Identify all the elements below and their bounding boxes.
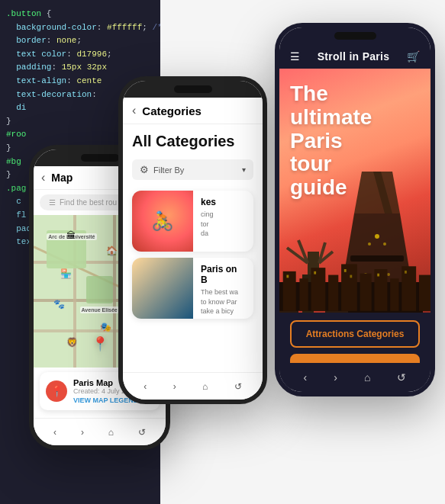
categories-title: Categories [142, 104, 202, 117]
notch-guide [334, 32, 376, 40]
guide-top-bar: ☰ Stroll in Paris 🛒 [279, 44, 430, 69]
categories-header: ‹ Categories [123, 98, 263, 124]
card-desc-bikes: cing tor da [201, 210, 246, 239]
svg-point-7 [368, 242, 371, 246]
nav-refresh-cat[interactable]: ↺ [234, 381, 242, 392]
nav-back-cat[interactable]: ‹ [143, 381, 147, 392]
card-desc-paris: The best wa to know Par take a bicy [201, 287, 246, 316]
hero-section: The ultimate Paris tour guide [279, 69, 430, 313]
svg-rect-41 [405, 271, 407, 274]
map-icon-emoji1: 🏛 [66, 230, 76, 241]
notch-bar-guide [279, 27, 430, 44]
menu-icon-map: ☰ [49, 198, 56, 207]
thumb-bikes [132, 191, 193, 252]
search-placeholder-map: Find the best rou [60, 198, 117, 207]
nav-forward-guide[interactable]: › [334, 371, 337, 384]
all-categories-heading: All Categories [123, 124, 263, 155]
svg-rect-30 [341, 264, 357, 310]
svg-rect-37 [314, 271, 316, 274]
notch-bar-cat [123, 81, 263, 98]
filter-bar[interactable]: ⚙ Filter By ▾ [132, 159, 253, 180]
filter-label: Filter By [153, 165, 184, 175]
svg-rect-36 [286, 275, 289, 278]
svg-rect-28 [311, 268, 325, 311]
svg-rect-39 [350, 275, 352, 278]
map-marker: 📍 [92, 335, 108, 352]
phone-categories: ‹ Categories All Categories ⚙ Filter By … [118, 76, 267, 404]
filter-chevron: ▾ [242, 165, 246, 174]
svg-rect-35 [419, 275, 430, 311]
card-name-paris: Paris on B [201, 264, 246, 285]
svg-rect-29 [328, 275, 338, 311]
svg-marker-1 [354, 172, 400, 213]
svg-rect-34 [401, 266, 416, 310]
city-skyline [279, 252, 430, 313]
thumb-paris [132, 258, 193, 319]
headline-line3: Paris [290, 130, 372, 153]
svg-rect-27 [299, 278, 308, 310]
svg-rect-26 [283, 271, 296, 311]
nav-home-cat[interactable]: ⌂ [202, 381, 208, 392]
map-icon-emoji8: 🦁 [66, 337, 78, 348]
nav-refresh-map[interactable]: ↺ [138, 427, 146, 438]
phone-guide: ☰ Stroll in Paris 🛒 The ultimate Paris t… [275, 23, 435, 396]
app-title-guide: Stroll in Paris [318, 50, 390, 63]
cart-icon-guide[interactable]: 🛒 [407, 50, 420, 63]
notch-cat [174, 85, 212, 93]
back-button-cat[interactable]: ‹ [132, 104, 136, 117]
svg-rect-32 [374, 269, 387, 311]
card-content-paris: Paris on B The best wa to know Par take … [193, 258, 253, 319]
guide-bottom-nav: ‹ › ⌂ ↺ [279, 363, 430, 392]
phones-area: ‹ Map ☰ Find the best rou Arc de l'Unive… [0, 0, 445, 504]
svg-rect-38 [344, 269, 347, 272]
nav-back-map[interactable]: ‹ [53, 427, 56, 438]
nav-home-map[interactable]: ⌂ [108, 427, 114, 438]
map-icon-emoji7: 🎭 [100, 322, 111, 332]
back-button-map[interactable]: ‹ [41, 171, 45, 185]
categories-card-list: kes cing tor da Paris on B The best wa t… [123, 185, 263, 325]
menu-icon-guide[interactable]: ☰ [290, 50, 300, 63]
nav-forward-cat[interactable]: › [173, 381, 176, 392]
category-card-paris[interactable]: Paris on B The best wa to know Par take … [132, 258, 253, 319]
svg-rect-40 [377, 274, 379, 277]
map-icon-emoji3: 🏪 [60, 268, 72, 279]
map-icon-emoji6: 🐾 [53, 299, 65, 310]
map-icon-emoji2: 🏠 [106, 246, 118, 256]
attractions-categories-button[interactable]: Attractions Categories [290, 320, 420, 348]
map-title: Map [51, 172, 73, 184]
notch-map [81, 154, 119, 162]
svg-rect-31 [360, 274, 372, 311]
nav-back-guide[interactable]: ‹ [304, 371, 308, 384]
nav-forward-map[interactable]: › [81, 427, 84, 438]
card-name-bikes: kes [201, 197, 246, 207]
cat-bottom-nav: ‹ › ⌂ ↺ [123, 372, 263, 400]
category-card-bikes[interactable]: kes cing tor da [132, 191, 253, 252]
svg-point-6 [375, 234, 379, 239]
map-card-icon: 📍 [46, 380, 67, 402]
map-bottom-nav: ‹ › ⌂ ↺ [34, 418, 166, 445]
nav-home-guide[interactable]: ⌂ [364, 371, 370, 384]
headline-line1: The [290, 82, 372, 106]
headline-line2: ultimate [290, 106, 372, 130]
filter-icon: ⚙ [140, 164, 149, 175]
card-content-bikes: kes cing tor da [193, 191, 253, 252]
svg-rect-33 [390, 278, 398, 310]
nav-refresh-guide[interactable]: ↺ [397, 371, 406, 384]
svg-point-8 [383, 242, 386, 246]
